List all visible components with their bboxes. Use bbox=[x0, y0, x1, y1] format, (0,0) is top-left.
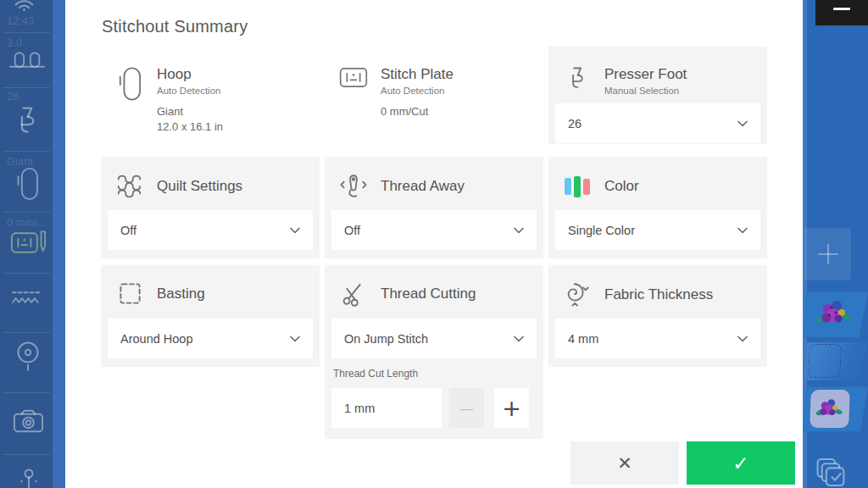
fabric-thickness-icon bbox=[563, 281, 592, 308]
color-value: Single Color bbox=[568, 224, 635, 237]
presser-foot-select[interactable]: 26 bbox=[555, 103, 760, 143]
sidebar-tension-label: 3.0 bbox=[7, 36, 22, 49]
bobbin-icon bbox=[15, 341, 41, 374]
thread-cut-length-increment-button[interactable]: + bbox=[494, 388, 529, 428]
stitch-plate-cut-value: 0 mm/Cut bbox=[381, 104, 428, 119]
divider bbox=[3, 87, 50, 88]
sidebar-item-wifi[interactable] bbox=[13, 0, 36, 12]
color-card: Color Single Color bbox=[548, 157, 767, 258]
embroidery-flower-thumbnail bbox=[815, 297, 854, 335]
hoop-icon bbox=[16, 167, 39, 201]
app-window: 12:43 3.0 26 Giant bbox=[0, 0, 868, 488]
presser-foot-icon bbox=[14, 105, 40, 136]
chevron-down-icon bbox=[737, 227, 748, 234]
presser-foot-title: Presser Foot bbox=[604, 66, 687, 83]
mat-layer-preview[interactable] bbox=[803, 385, 868, 433]
stitch-plate-details: 0 mm/Cut bbox=[381, 104, 428, 119]
divider bbox=[3, 151, 50, 152]
confirm-button[interactable]: ✓ bbox=[687, 441, 795, 485]
stitchout-summary-panel: Stitchout Summary Hoop Auto Detection Gi… bbox=[65, 0, 803, 488]
chevron-down-icon bbox=[514, 227, 524, 234]
divider bbox=[3, 32, 50, 33]
sidebar-item-needle[interactable] bbox=[19, 468, 38, 488]
hoop-details: Giant 12.0 x 16.1 in bbox=[157, 104, 223, 134]
thread-cut-length-label: Thread Cut Length bbox=[333, 368, 418, 380]
sidebar-item-stitch-plate[interactable] bbox=[10, 229, 47, 257]
stitch-plate-title: Stitch Plate bbox=[381, 66, 453, 83]
sidebar-clock-label: 12:43 bbox=[7, 14, 35, 27]
sidebar-item-camera[interactable] bbox=[12, 407, 45, 435]
chevron-down-icon bbox=[290, 227, 300, 234]
sidebar-plate-label: 0 mm/... bbox=[7, 216, 47, 229]
sidebar-item-thread-spools[interactable] bbox=[9, 51, 45, 73]
thread-away-card: Thread Away Off bbox=[325, 157, 543, 258]
sidebar-item-presser-foot[interactable] bbox=[14, 105, 40, 136]
divider bbox=[3, 392, 50, 393]
thread-cutting-title: Thread Cutting bbox=[381, 286, 476, 302]
color-bar-pink bbox=[583, 179, 590, 195]
design-layer-preview[interactable] bbox=[803, 291, 868, 338]
thread-cutting-value: On Jump Stitch bbox=[344, 332, 428, 346]
sidebar-item-stitches[interactable] bbox=[11, 289, 44, 308]
thread-cutting-icon bbox=[339, 281, 368, 307]
quilt-settings-value: Off bbox=[120, 224, 136, 237]
quilt-settings-title: Quilt Settings bbox=[157, 178, 242, 195]
hooped-design-thumbnail bbox=[810, 390, 850, 428]
presser-foot-icon bbox=[563, 66, 592, 90]
presser-foot-value: 26 bbox=[568, 117, 581, 130]
thread-cutting-card: Thread Cutting On Jump Stitch Thread Cut… bbox=[325, 265, 543, 439]
needle-icon bbox=[19, 468, 38, 488]
chevron-down-icon bbox=[737, 336, 748, 342]
sidebar-item-hoop[interactable] bbox=[16, 167, 39, 201]
hoop-size-name: Giant bbox=[157, 104, 223, 119]
hoop-card: Hoop Auto Detection Giant 12.0 x 16.1 in bbox=[101, 47, 320, 144]
plus-icon bbox=[815, 241, 841, 267]
left-sidebar-edge bbox=[53, 0, 65, 488]
quilt-settings-select[interactable]: Off bbox=[108, 210, 313, 250]
stitch-plate-subtitle: Auto Detection bbox=[381, 86, 453, 96]
presser-foot-card: Presser Foot Manual Selection 26 bbox=[548, 47, 767, 144]
thread-spools-icon bbox=[9, 51, 45, 73]
quilt-settings-icon bbox=[115, 173, 144, 200]
thread-away-select[interactable]: Off bbox=[331, 210, 537, 250]
divider bbox=[3, 454, 50, 455]
minimize-icon bbox=[833, 8, 850, 10]
minimize-button[interactable] bbox=[815, 0, 868, 25]
color-icon bbox=[563, 173, 592, 200]
basting-layer-preview[interactable] bbox=[803, 341, 868, 382]
basting-value: Around Hoop bbox=[120, 332, 192, 346]
add-design-button[interactable] bbox=[804, 228, 851, 280]
thread-cutting-select[interactable]: On Jump Stitch bbox=[331, 319, 537, 358]
hoop-dimensions: 12.0 x 16.1 in bbox=[157, 119, 223, 135]
color-bar-blue bbox=[565, 178, 571, 195]
sidebar-hoop-label: Giant bbox=[7, 155, 33, 168]
thread-away-value: Off bbox=[344, 224, 360, 237]
basting-card: Basting Around Hoop bbox=[101, 265, 320, 367]
quilt-settings-card: Quilt Settings Off bbox=[101, 157, 320, 258]
thread-away-icon bbox=[339, 173, 368, 199]
basting-icon bbox=[115, 281, 144, 306]
fabric-thickness-select[interactable]: 4 mm bbox=[555, 319, 760, 358]
thread-cut-length-value: 1 mm bbox=[331, 388, 442, 428]
thread-cut-length-decrement-button[interactable]: — bbox=[449, 388, 484, 428]
basting-select[interactable]: Around Hoop bbox=[108, 319, 313, 358]
hoop-subtitle: Auto Detection bbox=[157, 86, 220, 96]
fabric-thickness-title: Fabric Thickness bbox=[604, 286, 713, 303]
basting-title: Basting bbox=[157, 286, 205, 302]
hoop-icon bbox=[115, 66, 144, 102]
sidebar-item-bobbin[interactable] bbox=[15, 341, 41, 374]
sidebar-foot-label: 26 bbox=[7, 90, 19, 103]
zigzag-stitches-icon bbox=[11, 289, 44, 308]
layers-overview-button[interactable] bbox=[814, 457, 849, 488]
wifi-icon bbox=[13, 0, 36, 12]
chevron-down-icon bbox=[737, 120, 748, 127]
color-select[interactable]: Single Color bbox=[555, 210, 760, 250]
fabric-thickness-card: Fabric Thickness 4 mm bbox=[548, 265, 767, 367]
stitch-plate-icon bbox=[10, 229, 47, 257]
divider bbox=[3, 332, 50, 333]
color-title: Color bbox=[604, 178, 639, 195]
chevron-down-icon bbox=[290, 336, 300, 342]
thread-away-title: Thread Away bbox=[381, 178, 465, 195]
page-title: Stitchout Summary bbox=[102, 17, 248, 36]
cancel-button[interactable]: ✕ bbox=[570, 441, 679, 485]
